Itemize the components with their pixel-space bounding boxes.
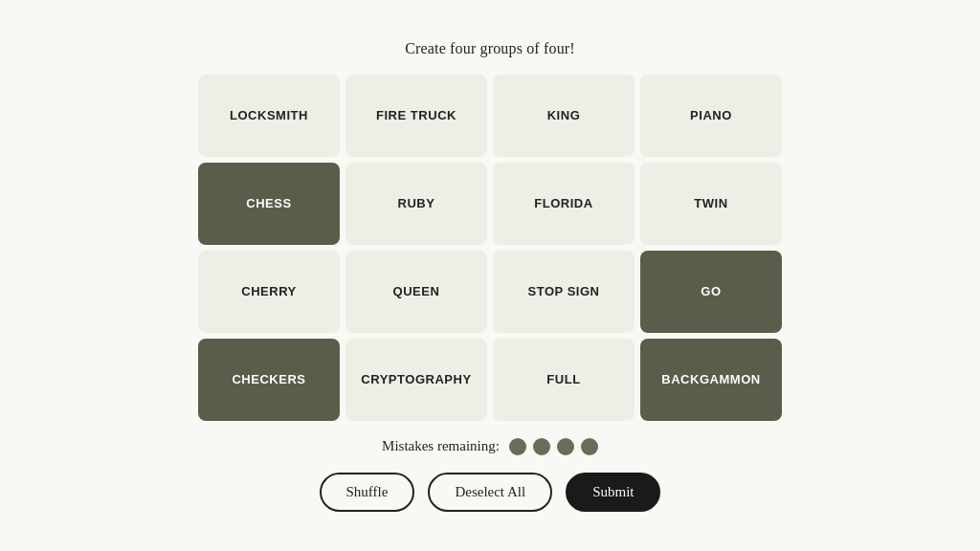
tile-5[interactable]: RUBY <box>345 163 487 245</box>
tile-8[interactable]: CHERRY <box>198 251 340 333</box>
mistakes-label: Mistakes remaining: <box>382 438 500 454</box>
tile-11[interactable]: GO <box>640 251 782 333</box>
tile-6[interactable]: FLORIDA <box>493 163 635 245</box>
tile-15[interactable]: BACKGAMMON <box>640 339 782 421</box>
mistake-dot-2 <box>557 438 574 455</box>
tile-14[interactable]: FULL <box>493 339 635 421</box>
tile-9[interactable]: QUEEN <box>345 251 487 333</box>
submit-button[interactable]: Submit <box>566 473 660 512</box>
mistake-dot-1 <box>533 438 550 455</box>
buttons-row: Shuffle Deselect All Submit <box>320 473 661 512</box>
tile-7[interactable]: TWIN <box>640 163 782 245</box>
main-container: Create four groups of four! LOCKSMITHFIR… <box>179 21 801 531</box>
tile-13[interactable]: CRYPTOGRAPHY <box>345 339 487 421</box>
subtitle: Create four groups of four! <box>405 40 575 57</box>
mistake-dot-3 <box>581 438 598 455</box>
tile-2[interactable]: KING <box>493 75 635 157</box>
tile-10[interactable]: STOP SIGN <box>493 251 635 333</box>
mistakes-row: Mistakes remaining: <box>382 438 598 455</box>
tile-3[interactable]: PIANO <box>640 75 782 157</box>
mistakes-dots <box>509 438 598 455</box>
tile-1[interactable]: FIRE TRUCK <box>345 75 487 157</box>
deselect-all-button[interactable]: Deselect All <box>428 473 552 512</box>
mistake-dot-0 <box>509 438 526 455</box>
tile-12[interactable]: CHECKERS <box>198 339 340 421</box>
tile-0[interactable]: LOCKSMITH <box>198 75 340 157</box>
tile-grid: LOCKSMITHFIRE TRUCKKINGPIANOCHESSRUBYFLO… <box>198 75 782 421</box>
tile-4[interactable]: CHESS <box>198 163 340 245</box>
shuffle-button[interactable]: Shuffle <box>320 473 415 512</box>
